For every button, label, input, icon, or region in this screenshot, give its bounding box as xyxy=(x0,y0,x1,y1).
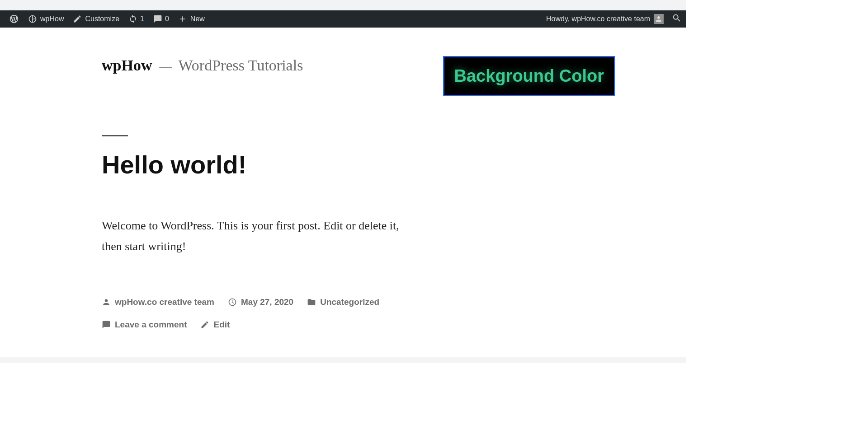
avatar-icon xyxy=(654,14,664,24)
customize-menu[interactable]: Customize xyxy=(68,10,124,28)
clock-icon xyxy=(228,298,237,307)
customize-icon xyxy=(73,14,82,23)
post-comments-link[interactable]: Leave a comment xyxy=(102,320,187,330)
wp-logo-menu[interactable] xyxy=(5,10,24,28)
search-icon xyxy=(672,13,682,23)
new-label: New xyxy=(190,15,205,23)
background-color-callout: Background Color xyxy=(443,56,615,96)
post-edit-label: Edit xyxy=(213,320,230,330)
howdy-text: Howdy, wpHow.co creative team xyxy=(546,15,650,23)
wp-admin-bar: wpHow Customize 1 0 New Howdy, wpHow.co … xyxy=(0,10,686,28)
post-date-label: May 27, 2020 xyxy=(241,297,293,307)
title-separator: — xyxy=(159,59,171,73)
post-meta: wpHow.co creative team May 27, 2020 Unca… xyxy=(102,297,463,330)
site-title-link[interactable]: wpHow xyxy=(102,57,152,74)
post-author-link[interactable]: wpHow.co creative team xyxy=(102,297,214,307)
wordpress-icon xyxy=(9,14,19,24)
person-icon xyxy=(102,298,111,307)
post-author-label: wpHow.co creative team xyxy=(115,297,214,307)
post-date-link[interactable]: May 27, 2020 xyxy=(228,297,293,307)
site-description: WordPress Tutorials xyxy=(178,57,303,74)
comment-icon xyxy=(102,320,111,329)
updates-menu[interactable]: 1 xyxy=(124,10,149,28)
dashboard-icon xyxy=(28,14,37,23)
post-category-link[interactable]: Uncategorized xyxy=(307,297,379,307)
updates-icon xyxy=(128,14,137,23)
updates-count: 1 xyxy=(140,15,144,23)
browser-chrome-bar xyxy=(0,0,686,10)
post-category-label: Uncategorized xyxy=(320,297,379,307)
page-footer-area xyxy=(0,357,686,363)
customize-label: Customize xyxy=(85,15,119,23)
comment-icon xyxy=(153,14,162,23)
site-name-menu[interactable]: wpHow xyxy=(24,10,68,28)
site-name-label: wpHow xyxy=(40,15,64,23)
comments-count: 0 xyxy=(165,15,169,23)
admin-search-button[interactable] xyxy=(672,13,682,25)
callout-text: Background Color xyxy=(454,66,604,85)
post-title-link[interactable]: Hello world! xyxy=(102,150,668,179)
edit-icon xyxy=(200,320,209,329)
plus-icon xyxy=(178,14,187,23)
comments-menu[interactable]: 0 xyxy=(149,10,174,28)
post-comments-label: Leave a comment xyxy=(115,320,187,330)
post-divider xyxy=(102,135,128,136)
new-content-menu[interactable]: New xyxy=(174,10,209,28)
post-edit-link[interactable]: Edit xyxy=(200,320,230,330)
folder-icon xyxy=(307,298,316,307)
post-body: Welcome to WordPress. This is your first… xyxy=(102,215,400,257)
account-menu[interactable]: Howdy, wpHow.co creative team xyxy=(542,10,665,28)
